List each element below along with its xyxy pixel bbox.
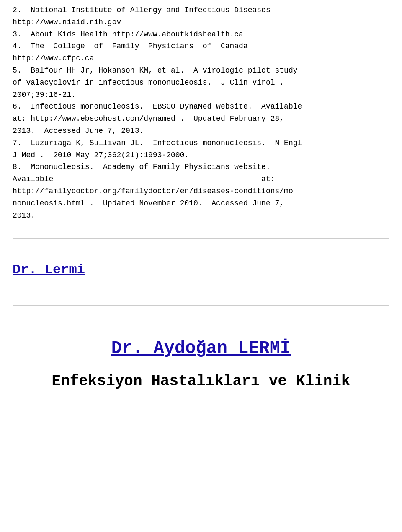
reference-item-2: 2. National Institute of Allergy and Inf… [13, 4, 389, 29]
section-divider [13, 238, 389, 239]
author-link-large[interactable]: Dr. Aydoğan LERMİ [13, 335, 389, 362]
section-divider-2 [13, 305, 389, 306]
footer-section: Dr. Aydoğan LERMİ Enfeksiyon Hastalıklar… [13, 327, 389, 393]
reference-item-8: 8. Mononucleosis. Academy of Family Phys… [13, 161, 389, 221]
references-section: 2. National Institute of Allergy and Inf… [13, 4, 389, 221]
reference-item-4: 4. The College of Family Physicians of C… [13, 40, 389, 65]
reference-item-3: 3. About Kids Health http://www.aboutkid… [13, 29, 389, 41]
reference-item-5: 5. Balfour HH Jr, Hokanson KM, et al. A … [13, 65, 389, 101]
reference-item-6: 6. Infectious mononucleosis. EBSCO DynaM… [13, 101, 389, 137]
author-subtitle: Enfeksiyon Hastalıkları ve Klinik [13, 370, 389, 393]
reference-item-7: 7. Luzuriaga K, Sullivan JL. Infectious … [13, 137, 389, 161]
author-link-small[interactable]: Dr. Lermi [13, 260, 389, 280]
